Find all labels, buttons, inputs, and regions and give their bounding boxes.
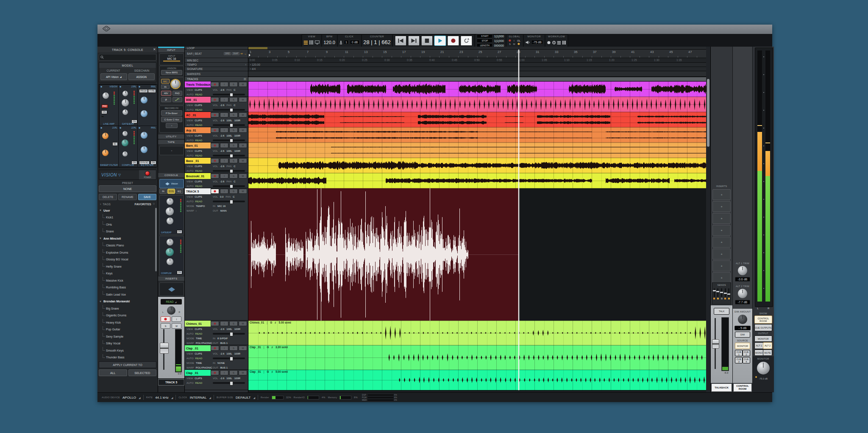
strip-knob[interactable] — [102, 150, 108, 156]
record-arm-button[interactable] — [211, 346, 219, 351]
mute-button[interactable]: M — [239, 173, 247, 179]
apply-all-button[interactable]: ALL — [99, 369, 127, 376]
preset-item[interactable]: Rumbling Bass — [99, 284, 157, 291]
workflow-mixer-icon[interactable] — [562, 39, 566, 46]
save-preset-button[interactable]: SAVE — [138, 194, 156, 200]
preset-group-brendan-morawski[interactable]: ▼Brendan Morawski — [99, 298, 157, 305]
send-mini-fader[interactable] — [728, 288, 729, 297]
arrange-lane-11[interactable]: Clap _01|G♯5.00 semi — [248, 370, 706, 390]
utility-section-header[interactable]: UTILITY — [158, 134, 184, 139]
search-input[interactable] — [105, 56, 155, 59]
stop-value[interactable]: 1|1|000 — [494, 39, 504, 42]
solo-button[interactable]: S — [229, 346, 238, 351]
mute-button[interactable]: M — [172, 323, 181, 329]
arrange-lane-2[interactable] — [248, 97, 706, 112]
automation-mode-button[interactable]: READ◢ — [161, 299, 182, 304]
global-record-indicator[interactable] — [508, 39, 512, 42]
solo-button[interactable]: S — [229, 128, 238, 133]
strip-chip-button[interactable]: ON — [101, 110, 107, 114]
loop-lane[interactable] — [248, 47, 706, 50]
go-to-start-button[interactable] — [395, 36, 407, 46]
lane-canvas[interactable] — [248, 321, 706, 345]
strip-chip-button[interactable]: TYPE — [148, 89, 156, 93]
monitor-level-display[interactable]: -75 dB — [531, 40, 543, 45]
input-monitor-button[interactable]: I — [220, 82, 228, 87]
input-monitor-button[interactable]: I — [220, 173, 228, 179]
strip-knob[interactable] — [141, 132, 147, 139]
record-arm-button[interactable] — [211, 370, 219, 375]
alt1-trim-knob[interactable] — [738, 266, 747, 275]
input-monitor-button[interactable]: I — [220, 128, 228, 133]
volume-slider[interactable] — [213, 155, 245, 156]
talk-button[interactable]: TALK — [714, 308, 729, 315]
track-header[interactable]: Chimes_01 ISMVIEWCLIPS VOL-2.6100L100RAU… — [185, 321, 248, 345]
track-header[interactable]: 808 _01 ISMVIEWCLIPS VOL-2.6PANCAUTOREAD — [185, 97, 248, 112]
record-button[interactable] — [448, 36, 459, 46]
console-section-header[interactable]: CONSOLE — [158, 173, 184, 177]
strip-chip-button[interactable]: PRGM — [139, 89, 148, 93]
preset-item[interactable]: Massive Kick — [99, 277, 157, 284]
pan-knob[interactable] — [167, 306, 175, 315]
record-arm-button[interactable] — [211, 189, 219, 194]
track-header[interactable]: Clap _01 ISMVIEWCLIPS VOL-2.6100L100RAUT… — [185, 370, 248, 390]
volume-slider[interactable] — [213, 185, 245, 187]
volume-slider[interactable] — [213, 140, 245, 141]
mute-button[interactable]: M — [239, 346, 247, 351]
solo-button[interactable]: S — [229, 82, 238, 87]
volume-slider[interactable] — [213, 109, 245, 111]
tracks-header-row[interactable]: TRACKS▥ — [185, 77, 248, 81]
cue1-button[interactable]: CUE 1 — [735, 350, 743, 356]
strip-knob[interactable] — [141, 110, 147, 117]
volume-slider[interactable] — [213, 382, 245, 384]
close-icon[interactable]: ✕ — [153, 47, 156, 51]
mic-button[interactable]: MIC — [161, 79, 170, 84]
input-monitor-button[interactable]: I — [220, 112, 228, 117]
phantom-48v-button[interactable]: 48V — [161, 91, 171, 96]
track-header[interactable]: AC _01 ISMVIEWCLIPS VOL-2.6100L100RAUTOR… — [185, 112, 248, 127]
console-view-icon[interactable] — [314, 39, 320, 46]
tab-in[interactable]: IN — [159, 189, 167, 194]
mono-button[interactable]: MONO — [754, 349, 764, 356]
output-alt2-button[interactable]: ALT 2 — [763, 342, 772, 349]
lane-canvas[interactable] — [248, 158, 706, 173]
track-header[interactable]: Travis Thibodaux_01 ISMVIEWCLIPS VOL-2.6… — [185, 81, 248, 97]
delete-preset-button[interactable]: DELETE — [99, 194, 117, 200]
monitor-level-knob[interactable] — [757, 362, 770, 374]
tempo-ruler[interactable]: ‹ 120.00 — [248, 63, 706, 67]
mute-button[interactable]: M — [239, 97, 247, 102]
gate-on-button[interactable]: ON — [177, 230, 183, 234]
loop-label-row[interactable]: LOOP — [185, 47, 248, 50]
audio-device-value[interactable]: APOLLO — [122, 396, 136, 399]
strip-knob[interactable] — [122, 131, 128, 136]
show-cue-outputs-button[interactable]: CUE OUTPUTS — [754, 324, 772, 331]
record-arm-button[interactable] — [211, 321, 219, 326]
arrange-lane-3[interactable] — [248, 112, 706, 127]
mixer-view-icon[interactable] — [309, 39, 313, 46]
arrange-lane-1[interactable] — [248, 81, 706, 97]
loop-button[interactable] — [461, 36, 473, 46]
bpm-value[interactable]: 120.0 — [323, 40, 335, 45]
record-arm-button[interactable] — [211, 173, 219, 179]
preset-item[interactable]: Satin Lead Vox — [99, 291, 157, 298]
send-mini-fader[interactable] — [714, 288, 715, 297]
playhead-marker[interactable] — [249, 54, 250, 56]
solo-button[interactable]: S — [229, 112, 238, 117]
global-input-indicator[interactable]: I — [512, 39, 516, 42]
click-count[interactable]: 1 — [344, 40, 349, 45]
input-monitor-button[interactable]: I — [220, 143, 228, 148]
arrange-lane-7[interactable] — [248, 173, 706, 188]
solo-button[interactable]: S — [229, 321, 238, 326]
power-button[interactable]: POWER — [139, 170, 156, 179]
preset-item[interactable]: Hefty Snare — [99, 263, 157, 270]
source-monitor-button[interactable]: MONITOR — [735, 343, 750, 349]
rate-value[interactable]: 44.1 kHz — [155, 396, 169, 399]
favorites-label[interactable]: FAVORITES — [135, 203, 151, 206]
strip-knob[interactable] — [141, 146, 147, 153]
unison-slot[interactable]: UNISON Neve 88RS — [159, 66, 184, 77]
arrange-lane-5[interactable] — [248, 142, 706, 158]
gate-module[interactable]: GATE/EXP ON — [159, 195, 184, 235]
input-monitor-button[interactable]: I — [220, 189, 228, 194]
lane-canvas[interactable] — [248, 188, 706, 321]
show-control-room-button[interactable]: CONTROL ROOM — [754, 316, 772, 324]
track-list-icon[interactable]: ▥ — [244, 77, 248, 81]
